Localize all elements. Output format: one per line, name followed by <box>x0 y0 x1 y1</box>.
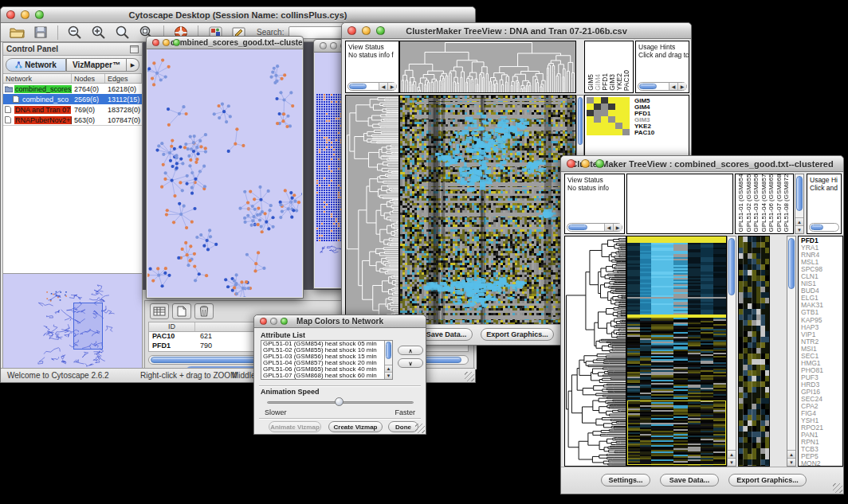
tv2-heatmap-vscrollbar[interactable]: ▲ ▼ <box>727 236 736 467</box>
tv2-button-export-graphics[interactable]: Export Graphics... <box>728 474 807 486</box>
network-list-row[interactable]: DNA and Tran 07769(0)183728(0) <box>3 104 142 115</box>
attribute-list[interactable]: GPL51-01 (GSM854) heat shock 05 minGPL51… <box>261 340 393 380</box>
network-list-row[interactable]: RNAPuberNov2+|563(0)107847(0) <box>3 115 142 125</box>
attribute-select-button[interactable] <box>150 303 169 319</box>
attribute-list-vscrollbar[interactable]: ▲ ▼ <box>384 341 392 379</box>
tv2-column-dendrogram[interactable] <box>626 174 733 234</box>
zoom-button[interactable] <box>376 26 385 35</box>
scroll-right-icon[interactable]: ▶ <box>677 83 686 90</box>
save-icon[interactable] <box>31 25 50 41</box>
close-button[interactable] <box>6 10 15 19</box>
create-attribute-button[interactable] <box>172 303 191 319</box>
tab-vizmapper[interactable]: VizMapper™ <box>66 58 127 72</box>
minimize-button[interactable] <box>330 42 337 49</box>
tv2-hints-scrollbar[interactable] <box>809 223 839 232</box>
tv2-button-settings[interactable]: Settings... <box>601 474 650 486</box>
move-up-button[interactable]: ∧ <box>398 346 423 355</box>
network-edges-count: 107847(0) <box>105 116 142 124</box>
tv1-status-scrollbar[interactable]: ◀ ▶ <box>347 82 397 91</box>
tab-overflow-button[interactable]: ▶ <box>127 58 139 72</box>
scroll-up-icon[interactable]: ▲ <box>728 450 736 458</box>
move-down-button[interactable]: ∨ <box>398 358 423 368</box>
scroll-up-icon[interactable]: ▲ <box>795 217 803 225</box>
animate-vizmap-button[interactable]: Animate Vizmap <box>269 421 321 432</box>
zoom-button[interactable] <box>281 318 288 325</box>
dialog-titlebar[interactable]: Map Colors to Network <box>254 315 426 328</box>
network-table-header[interactable]: Network Nodes Edges <box>3 73 142 84</box>
attribute-list-item[interactable]: GPL51-07 (GSM868) heat shock 60 min <box>261 373 384 379</box>
tv1-button-export-graphics[interactable]: Export Graphics... <box>481 328 554 341</box>
tv2-zoom-panel[interactable] <box>738 236 770 467</box>
zoom-button[interactable] <box>173 39 180 46</box>
tv2-usage-hints-text: Click and <box>810 184 838 192</box>
treeview1-titlebar[interactable]: ClusterMaker TreeView : DNA and Tran 07-… <box>342 23 691 39</box>
minimize-button[interactable] <box>163 39 170 46</box>
control-panel: Control Panel Network VizMapper™ ▶ Netwo… <box>2 42 143 369</box>
scroll-down-icon[interactable]: ▼ <box>795 225 803 233</box>
network-canvas[interactable] <box>147 49 302 297</box>
tv1-column-dendrogram[interactable] <box>399 41 576 93</box>
network-overview-panel[interactable] <box>3 273 142 369</box>
close-button[interactable] <box>320 42 327 49</box>
tv2-heatmap[interactable] <box>626 236 727 467</box>
scroll-left-icon[interactable]: ◀ <box>669 83 677 90</box>
tv1-row-dendrogram[interactable] <box>345 95 399 326</box>
delete-attribute-button[interactable] <box>194 303 214 319</box>
resize-grip[interactable] <box>415 424 425 433</box>
minimize-button[interactable] <box>581 159 590 168</box>
main-titlebar[interactable]: Cytoscape Desktop (Session Name: collins… <box>1 7 475 23</box>
minimize-button[interactable] <box>270 318 277 325</box>
zoom-in-icon[interactable] <box>89 25 108 41</box>
close-button[interactable] <box>567 159 575 168</box>
network-view-titlebar[interactable]: combined_scores_good.txt--cluste... <box>147 37 303 49</box>
tab-network[interactable]: Network <box>6 58 66 72</box>
done-button[interactable]: Done <box>388 421 418 432</box>
tv1-button-save-data[interactable]: Save Data... <box>420 328 473 341</box>
tv2-collabel-vscrollbar[interactable]: ▲ ▼ <box>795 174 804 234</box>
network-name: RNAPuberNov2+| <box>14 116 72 124</box>
scroll-down-icon[interactable]: ▼ <box>728 458 736 466</box>
open-file-icon[interactable] <box>7 25 26 41</box>
scroll-right-icon[interactable]: ▶ <box>613 224 622 231</box>
file-icon <box>13 96 21 103</box>
zoom-fit-icon[interactable] <box>113 25 132 41</box>
zoom-out-icon[interactable] <box>65 25 84 41</box>
close-button[interactable] <box>347 26 356 35</box>
scroll-down-icon[interactable]: ▼ <box>787 458 795 466</box>
treeview1-controls <box>347 23 385 38</box>
tv2-status-scrollbar[interactable]: ◀ ▶ <box>567 223 622 232</box>
close-button[interactable] <box>260 318 267 325</box>
scroll-left-icon[interactable]: ◀ <box>604 224 613 231</box>
scroll-up-icon[interactable]: ▲ <box>787 450 795 458</box>
float-panel-icon[interactable] <box>130 45 139 53</box>
resize-grip[interactable] <box>465 372 474 381</box>
scroll-up-icon[interactable]: ▲ <box>385 365 392 372</box>
scroll-right-icon[interactable]: ▶ <box>387 83 396 90</box>
slider-thumb[interactable] <box>335 397 344 406</box>
resize-grip[interactable] <box>833 483 842 493</box>
network-list-row[interactable]: combined_sco2569(6)13112(15) <box>3 94 142 104</box>
minimize-button[interactable] <box>362 26 371 35</box>
close-button[interactable] <box>152 39 159 46</box>
tv1-heatmap[interactable] <box>399 95 576 326</box>
tv2-column-label: GPL51-06 (GSM865) <box>768 174 775 232</box>
zoom-button[interactable] <box>595 159 604 168</box>
tv2-genelist-vscrollbar[interactable]: ▲ ▼ <box>787 236 796 467</box>
create-vizmap-button[interactable]: Create Vizmap <box>328 421 383 432</box>
scroll-left-icon[interactable]: ◀ <box>379 83 387 90</box>
treeview2-titlebar[interactable]: ClusterMaker TreeView : combined_scores_… <box>561 156 843 172</box>
tv1-zoom-matrix[interactable] <box>587 97 630 137</box>
dense-network-grid[interactable] <box>315 53 344 287</box>
network-list-row[interactable]: combined_scores_2764(0)16218(0) <box>3 84 142 94</box>
tv2-row-dendrogram[interactable] <box>564 236 626 467</box>
tv2-button-save-data[interactable]: Save Data... <box>660 474 719 486</box>
background-window-titlebar[interactable] <box>314 40 344 53</box>
scroll-down-icon[interactable]: ▼ <box>385 372 392 379</box>
minimize-button[interactable] <box>21 10 29 19</box>
tv1-hints-scrollbar[interactable]: ◀ ▶ <box>638 82 687 91</box>
id-column-header[interactable]: ID <box>149 322 195 331</box>
zoom-button[interactable] <box>35 10 44 19</box>
treeview2-title: ClusterMaker TreeView : combined_scores_… <box>571 159 833 169</box>
background-network-window[interactable] <box>313 39 345 289</box>
network-table-rows: combined_scores_2764(0)16218(0)combined_… <box>3 84 142 125</box>
